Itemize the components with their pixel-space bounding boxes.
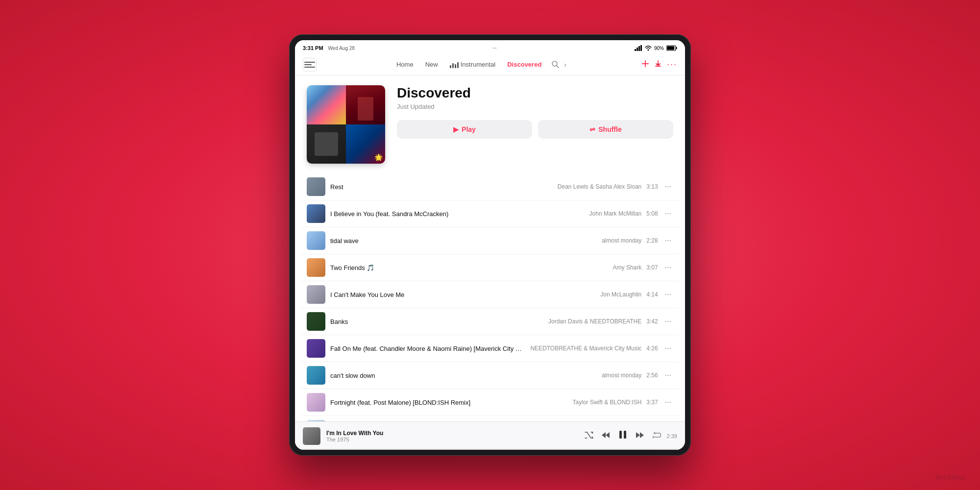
status-date: Wed Aug 28: [328, 46, 355, 51]
status-right: 90%: [635, 45, 677, 51]
shuffle-playback-button[interactable]: [585, 431, 593, 441]
track-name: Fortnight (feat. Post Malone) [BLOND:ISH…: [330, 399, 568, 406]
playlist-artwork: [307, 85, 385, 164]
track-more-button[interactable]: ···: [663, 290, 673, 299]
track-artist: Jordan Davis & NEEDTOBREATHE: [548, 318, 641, 325]
track-row[interactable]: Two Friends 🎵 Amy Shark 3:07 ···: [301, 254, 679, 281]
tab-home[interactable]: Home: [392, 59, 418, 70]
playlist-actions: ▶ Play ⇌ Shuffle: [397, 120, 673, 139]
track-info: Fall On Me (feat. Chandler Moore & Naomi…: [330, 345, 525, 352]
rewind-button[interactable]: [601, 431, 610, 441]
pause-button[interactable]: [618, 430, 628, 442]
track-info: I Can't Make You Love Me: [330, 291, 595, 298]
fastforward-button[interactable]: [636, 431, 644, 441]
now-playing-bar[interactable]: I'm In Love With You The 1975: [295, 421, 685, 450]
svg-rect-7: [667, 46, 674, 50]
album-art-1: [307, 85, 346, 124]
track-row[interactable]: Fall On Me (feat. Chandler Moore & Naomi…: [301, 335, 679, 362]
track-row[interactable]: Banks Jordan Davis & NEEDTOBREATHE 3:42 …: [301, 308, 679, 335]
svg-point-4: [647, 49, 649, 51]
track-info: can't slow down: [330, 372, 597, 379]
nav-left: [303, 58, 317, 72]
rewind-icon: [601, 432, 610, 439]
track-info: Two Friends 🎵: [330, 264, 608, 271]
track-row[interactable]: I Can't Make You Love Me Jon McLaughlin …: [301, 281, 679, 308]
track-name: Rest: [330, 183, 553, 191]
status-left: 3:31 PM Wed Aug 28: [303, 45, 355, 51]
fastforward-icon: [636, 432, 644, 439]
more-options-button[interactable]: ···: [667, 59, 677, 70]
track-name: I Believe in You (feat. Sandra McCracken…: [330, 210, 585, 218]
sidebar-toggle-button[interactable]: [303, 58, 317, 72]
track-name: Fall On Me (feat. Chandler Moore & Naomi…: [330, 345, 525, 352]
track-more-button[interactable]: ···: [663, 263, 673, 272]
track-duration: 4:14: [646, 291, 658, 298]
search-button[interactable]: [548, 58, 562, 72]
svg-rect-2: [638, 46, 640, 51]
track-thumbnail: [307, 231, 325, 250]
svg-rect-6: [676, 47, 677, 49]
track-row[interactable]: I Believe in You (feat. Sandra McCracken…: [301, 200, 679, 227]
track-more-button[interactable]: ···: [663, 236, 673, 245]
track-more-button[interactable]: ···: [663, 344, 673, 353]
main-content: Discovered Just Updated ▶ Play ⇌ Shuffle: [295, 75, 685, 421]
play-icon: ▶: [453, 125, 459, 133]
add-library-icon: [641, 60, 649, 68]
download-button[interactable]: [654, 60, 662, 70]
track-row[interactable]: End of Begi... 2:39 ···: [301, 416, 679, 421]
svg-marker-11: [606, 432, 610, 438]
track-more-button[interactable]: ···: [663, 209, 673, 218]
track-name: tidal wave: [330, 237, 597, 245]
tablet-screen: 3:31 PM Wed Aug 28 ···: [295, 40, 685, 450]
status-time: 3:31 PM: [303, 45, 323, 51]
track-duration: 3:37: [646, 399, 658, 406]
add-to-library-button[interactable]: [641, 60, 649, 70]
progress-bar[interactable]: [295, 449, 685, 450]
track-artist: Dean Lewis & Sasha Alex Sloan: [558, 183, 641, 190]
tab-instrumental[interactable]: Instrumental: [445, 59, 501, 70]
track-row[interactable]: can't slow down almost monday 2:56 ···: [301, 362, 679, 389]
now-playing-thumbnail: [303, 427, 320, 445]
track-more-button[interactable]: ···: [663, 317, 673, 326]
track-thumbnail: [307, 204, 325, 223]
playlist-header: Discovered Just Updated ▶ Play ⇌ Shuffle: [295, 75, 685, 173]
track-artist: John Mark McMillan: [589, 210, 642, 217]
nav-right: ···: [641, 59, 677, 70]
track-thumbnail: [307, 312, 325, 331]
track-row[interactable]: Rest Dean Lewis & Sasha Alex Sloan 3:13 …: [301, 173, 679, 200]
repeat-button[interactable]: [652, 431, 661, 441]
track-artist: Jon McLaughlin: [600, 291, 641, 298]
play-button[interactable]: ▶ Play: [397, 120, 532, 139]
tab-discovered[interactable]: Discovered: [502, 59, 546, 70]
playlist-title: Discovered: [397, 85, 673, 101]
album-art-3: [307, 124, 346, 164]
download-icon: [654, 60, 662, 68]
battery-level: 90%: [654, 46, 664, 51]
tablet-frame: 3:31 PM Wed Aug 28 ···: [289, 34, 691, 456]
search-icon: [552, 61, 559, 68]
track-artist: NEEDTOBREATHE & Maverick City Music: [530, 345, 641, 352]
track-row[interactable]: tidal wave almost monday 2:28 ···: [301, 227, 679, 254]
svg-rect-3: [640, 45, 642, 51]
now-playing-artist: The 1975: [326, 437, 579, 442]
track-list: Rest Dean Lewis & Sasha Alex Sloan 3:13 …: [295, 173, 685, 421]
track-row[interactable]: Fortnight (feat. Post Malone) [BLOND:ISH…: [301, 389, 679, 416]
track-more-button[interactable]: ···: [663, 398, 673, 407]
track-duration: 2:56: [646, 372, 658, 379]
track-more-button[interactable]: ···: [663, 371, 673, 380]
track-name: can't slow down: [330, 372, 597, 379]
shuffle-button[interactable]: ⇌ Shuffle: [538, 120, 673, 139]
now-playing-title: I'm In Love With You: [326, 430, 579, 437]
track-info: I Believe in You (feat. Sandra McCracken…: [330, 210, 585, 218]
tab-new[interactable]: New: [420, 59, 443, 70]
track-artist: Amy Shark: [613, 264, 642, 271]
track-more-button[interactable]: ···: [663, 182, 673, 191]
more-nav-button[interactable]: ›: [564, 61, 566, 69]
album-art-4: [346, 124, 385, 164]
svg-rect-1: [637, 48, 638, 51]
track-duration: 3:13: [646, 183, 658, 190]
track-artist: Taylor Swift & BLOND:ISH: [573, 399, 642, 406]
track-duration: 2:28: [646, 237, 658, 244]
svg-marker-15: [640, 432, 644, 438]
pause-icon: [618, 430, 628, 440]
